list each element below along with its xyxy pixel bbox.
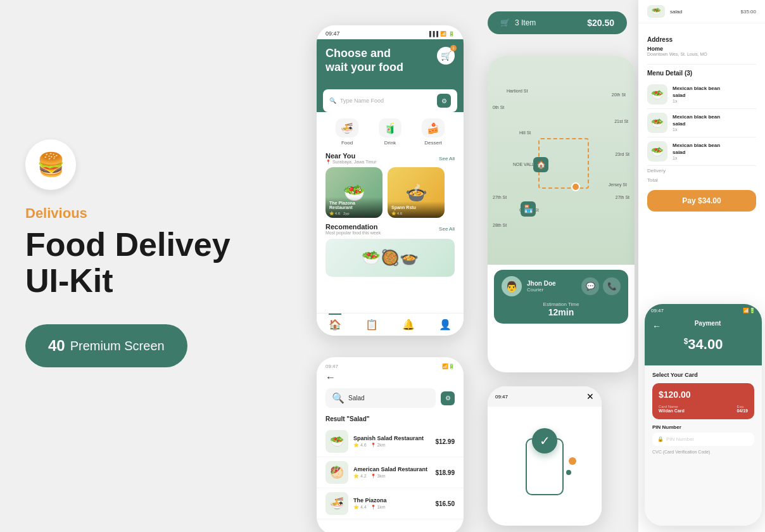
category-dessert[interactable]: 🍰 Dessert: [422, 118, 445, 146]
card-exp-value: 04/19: [737, 408, 748, 413]
cart-badge: 1: [450, 45, 457, 51]
order-item-img-2: 🥗: [647, 113, 667, 133]
map-label-hartiord: Hartiord St: [507, 89, 528, 93]
recommendation-subtitle: Most popular food this week: [326, 231, 381, 235]
nav-profile[interactable]: 👤: [439, 319, 452, 331]
order-item-name-1: Mexican black beansalad: [673, 86, 720, 99]
result-info-1: Spanish Salad Restaurant ⭐ 4.6 📍 2km: [353, 435, 430, 448]
main-phone: 09:47 ▐▐▐ 📶 🔋 Choose andwait your food 🛒…: [317, 25, 464, 336]
map-label-27th-l: 27th St: [493, 195, 507, 200]
left-section: 🍔 Delivious Food Delivey UI-Kit 40 Premi…: [25, 139, 304, 367]
search-input-icon: 🔍: [332, 392, 345, 404]
order-detail: Address Home Downtown Wes, St. Louis, MO…: [638, 23, 765, 219]
total-row: Total: [647, 175, 756, 185]
right-panel: 🥗 salad $35:00 Address Home Downtown Wes…: [638, 0, 765, 532]
courier-info: Jhon Doe Courier: [527, 280, 556, 293]
order-item-info-1: Mexican black beansalad 1x: [673, 86, 720, 103]
success-close-button[interactable]: ✕: [586, 391, 594, 402]
result-info-2: American Salad Restaurant ⭐ 4.2 📍 3km: [353, 466, 430, 479]
food-card-2-name: Spann Rstu: [391, 205, 441, 210]
courier-top: 👨 Jhon Doe Courier 💬 📞: [502, 276, 621, 296]
top-order-item: 🥗 salad $35:00: [638, 0, 765, 23]
call-button[interactable]: 📞: [603, 277, 621, 295]
nav-home[interactable]: 🏠: [329, 314, 341, 331]
food-card-2-meta: ⭐ 4.6: [391, 211, 441, 215]
total-label: Total: [647, 177, 658, 183]
address-detail: Downtown Wes, St. Louis, MO: [647, 52, 756, 56]
result-price-3: $16.50: [435, 500, 455, 507]
result-img-2: 🥙: [326, 461, 348, 484]
food-card-2[interactable]: 🍲 Spann Rstu ⭐ 4.6: [388, 167, 445, 218]
map-home-marker: 🏠: [533, 157, 548, 172]
cvc-section: CVC (Card Verification Code): [652, 450, 754, 454]
phone-header: Choose andwait your food 🛒 1: [317, 39, 464, 84]
address-section: Address Home Downtown Wes, St. Louis, MO: [647, 31, 756, 61]
order-item-info-3: Mexican black beansalad 1x: [673, 142, 720, 160]
main-title: Food Delivey UI-Kit: [25, 227, 304, 299]
result-item-1[interactable]: 🥗 Spanish Salad Restaurant ⭐ 4.6 📍 2km $…: [317, 426, 464, 457]
courier-avatar: 👨: [502, 276, 522, 296]
search-area: 🔍 Type Name Food ⚙: [317, 84, 464, 112]
card-item[interactable]: $120.00 Card Name Wildan Card Exp. 04/19: [652, 383, 754, 419]
order-item-name-3: Mexican black beansalad: [673, 142, 720, 156]
order-item-left-3: 🥗 Mexican black beansalad 1x: [647, 141, 720, 162]
payment-status-time: 09:47: [651, 308, 664, 314]
order-item-left-2: 🥗 Mexican black beansalad 1x: [647, 113, 720, 133]
select-card-title: Select Your Card: [652, 372, 754, 378]
search-bar[interactable]: 🔍 Type Name Food ⚙: [323, 89, 457, 112]
map-label-28th: 28th St: [493, 223, 507, 227]
courier-identity: 👨 Jhon Doe Courier: [502, 276, 556, 296]
food-card-1[interactable]: 🥗 The Plazona Restaurant ⭐ 4.6 2yp: [326, 167, 382, 218]
phone-header-title: Choose andwait your food: [326, 47, 403, 74]
result-item-2[interactable]: 🥙 American Salad Restaurant ⭐ 4.2 📍 3km …: [317, 457, 464, 488]
map-label-23rd: 23rd St: [615, 152, 629, 156]
estimation-value: 12min: [502, 307, 621, 317]
address-name: Home: [647, 46, 756, 52]
message-button[interactable]: 💬: [581, 277, 599, 295]
category-drink[interactable]: 🧃 Drink: [379, 118, 401, 146]
search-icon: 🔍: [329, 98, 336, 104]
status-time: 09:47: [326, 30, 340, 37]
wifi-icon: 📶: [440, 31, 446, 37]
near-you-see-all[interactable]: See All: [439, 156, 455, 162]
top-order-price: $35:00: [741, 9, 756, 15]
card-name-info: Card Name Wildan Card: [659, 405, 685, 413]
food-card-1-name: The Plazona Restaurant: [329, 201, 379, 210]
dessert-label: Dessert: [424, 140, 442, 146]
search-back-button[interactable]: ←: [326, 372, 455, 383]
cart-bar[interactable]: 🛒 3 Item $20.50: [488, 11, 627, 34]
map-label-21st: 21st St: [614, 119, 628, 124]
nav-orders[interactable]: 📋: [365, 319, 378, 331]
brand-name: Delivious: [25, 205, 304, 222]
search-filter-button[interactable]: ⚙: [441, 391, 455, 405]
card-details: Card Name Wildan Card Exp. 04/19: [659, 405, 748, 413]
result-info-3: The Piazona ⭐ 4.4 📍 1km: [353, 497, 430, 510]
nav-notifications[interactable]: 🔔: [402, 319, 415, 331]
payment-preview-area: 09:47 📶🔋 ← Payment $34.00 Select Your Ca…: [638, 304, 765, 532]
drink-label: Drink: [384, 140, 396, 146]
success-illustration: ✓: [513, 419, 576, 495]
map-label-27th-r: 27th St: [616, 195, 629, 200]
payment-body: Select Your Card $120.00 Card Name Wilda…: [645, 365, 762, 526]
pay-button[interactable]: Pay $34.00: [647, 190, 756, 212]
order-item-img-1: 🥗: [647, 84, 667, 104]
cart-button[interactable]: 🛒 1: [437, 47, 455, 65]
category-food[interactable]: 🍜 Food: [336, 118, 358, 146]
payment-header: ← Payment $34.00: [645, 315, 762, 365]
pin-input[interactable]: 🔒 PIN Number: [652, 433, 754, 446]
battery-icon: 🔋: [448, 31, 455, 37]
payment-back-button[interactable]: ←: [652, 321, 661, 331]
order-item-qty-1: 1x: [673, 99, 720, 103]
recommendation-see-all[interactable]: See All: [439, 226, 455, 232]
search-input[interactable]: 🔍 Salad: [326, 388, 436, 408]
filter-button[interactable]: ⚙: [437, 94, 451, 108]
map-label-0th: 0th St: [493, 105, 504, 110]
logo-circle: 🍔: [25, 139, 76, 190]
search-row: 🔍 Salad ⚙: [326, 388, 455, 408]
map-store-marker: 🏪: [521, 201, 536, 217]
search-query: Salad: [348, 395, 365, 402]
accent-dot-green: [566, 470, 571, 475]
result-item-3[interactable]: 🍜 The Piazona ⭐ 4.4 📍 1km $16.50: [317, 488, 464, 519]
recommendation-header: Recomendation Most popular food this wee…: [317, 223, 464, 235]
cart-icon: 🛒: [500, 18, 510, 27]
